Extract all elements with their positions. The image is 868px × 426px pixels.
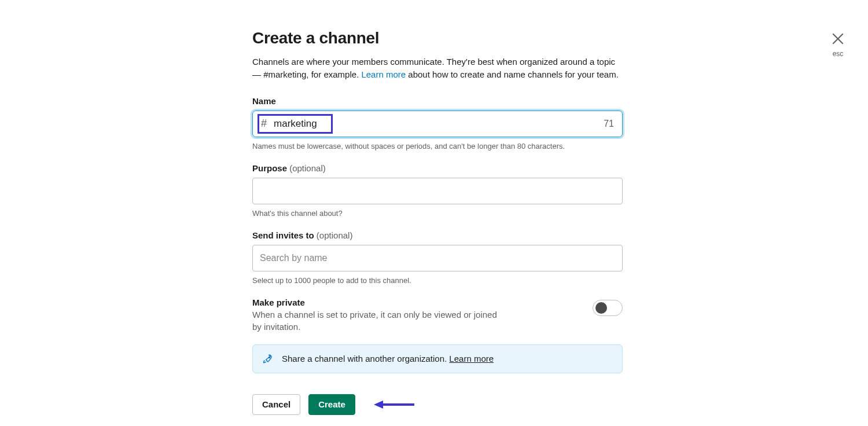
close-label: esc: [831, 50, 845, 58]
private-description: When a channel is set to private, it can…: [252, 309, 501, 333]
learn-more-link[interactable]: Learn more: [361, 69, 406, 79]
create-button[interactable]: Create: [308, 394, 355, 415]
hash-icon: #: [261, 117, 267, 130]
channel-name-input[interactable]: [274, 118, 604, 130]
purpose-input[interactable]: [252, 178, 623, 204]
purpose-label: Purpose (optional): [252, 163, 623, 173]
share-info-box: Share a channel with another organizatio…: [252, 344, 623, 373]
private-title: Make private: [252, 298, 501, 307]
char-count: 71: [604, 119, 614, 129]
modal-title: Create a channel: [252, 29, 623, 47]
footer-buttons: Cancel Create: [252, 394, 623, 415]
name-input-container[interactable]: # 71: [252, 111, 623, 137]
private-toggle[interactable]: [593, 300, 623, 316]
cancel-button[interactable]: Cancel: [252, 394, 300, 415]
share-info-text: Share a channel with another organizatio…: [282, 354, 494, 363]
share-learn-more-link[interactable]: Learn more: [449, 354, 494, 363]
make-private-row: Make private When a channel is set to pr…: [252, 298, 623, 333]
toggle-knob: [595, 302, 607, 314]
name-hint: Names must be lowercase, without spaces …: [252, 142, 623, 150]
arrow-annotation-icon: [374, 399, 415, 410]
modal-description: Channels are where your members communic…: [252, 56, 623, 81]
close-icon: [831, 31, 845, 49]
invites-hint: Select up to 1000 people to add to this …: [252, 276, 623, 285]
purpose-hint: What's this channel about?: [252, 209, 623, 218]
invites-input[interactable]: [252, 245, 623, 271]
invites-label: Send invites to (optional): [252, 230, 623, 240]
svg-point-0: [269, 357, 270, 358]
svg-marker-2: [374, 401, 383, 409]
create-channel-modal: Create a channel Channels are where your…: [252, 29, 623, 415]
description-text-2: about how to create and name channels fo…: [406, 69, 619, 79]
rocket-icon: [262, 353, 274, 365]
name-label: Name: [252, 96, 623, 106]
close-button[interactable]: esc: [831, 31, 845, 58]
